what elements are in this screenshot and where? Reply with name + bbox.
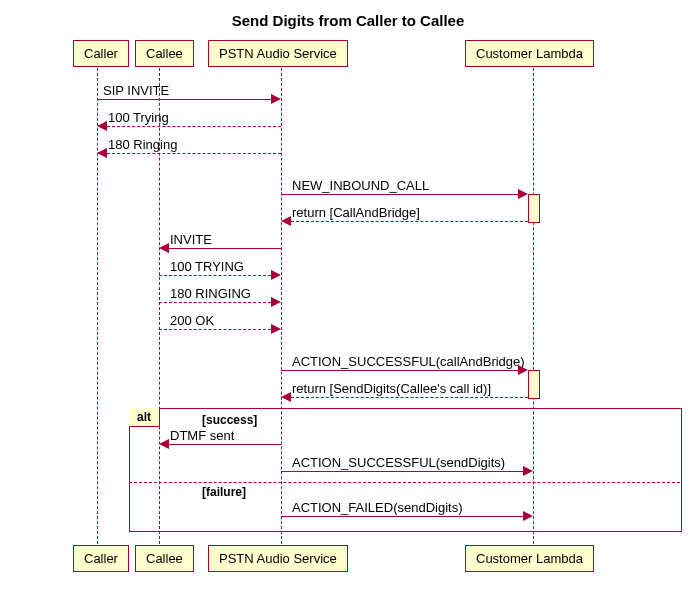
arrow-line	[281, 471, 523, 472]
participant-lambda-bottom: Customer Lambda	[465, 545, 594, 572]
msg-200-ok: 200 OK	[170, 313, 214, 328]
msg-180-ringing: 180 Ringing	[108, 137, 177, 152]
arrow-line	[169, 444, 281, 445]
arrow-head	[271, 270, 281, 280]
msg-dtmf-sent: DTMF sent	[170, 428, 234, 443]
arrow-line	[291, 221, 528, 222]
arrow-head	[159, 439, 169, 449]
msg-action-success-cab: ACTION_SUCCESSFUL(callAndBridge)	[292, 354, 525, 369]
participant-caller-top: Caller	[73, 40, 129, 67]
arrow-line	[107, 153, 281, 154]
alt-divider	[129, 482, 680, 483]
arrow-head	[271, 297, 281, 307]
msg-sip-invite: SIP INVITE	[103, 83, 169, 98]
msg-180-ringing-callee: 180 RINGING	[170, 286, 251, 301]
participant-pstn-top: PSTN Audio Service	[208, 40, 348, 67]
arrow-head	[281, 216, 291, 226]
participant-pstn-bottom: PSTN Audio Service	[208, 545, 348, 572]
arrow-line	[107, 126, 281, 127]
msg-action-success-sd: ACTION_SUCCESSFUL(sendDigits)	[292, 455, 505, 470]
arrow-head	[518, 189, 528, 199]
arrow-line	[159, 329, 271, 330]
alt-condition-failure: [failure]	[202, 485, 246, 499]
arrow-line	[169, 248, 281, 249]
arrow-line	[97, 99, 271, 100]
arrow-head	[97, 148, 107, 158]
arrow-line	[159, 275, 271, 276]
arrow-head	[523, 511, 533, 521]
msg-100-trying-callee: 100 TRYING	[170, 259, 244, 274]
activation-lambda-2	[528, 370, 540, 399]
msg-new-inbound-call: NEW_INBOUND_CALL	[292, 178, 429, 193]
arrow-head	[518, 365, 528, 375]
arrow-line	[291, 397, 528, 398]
participant-caller-bottom: Caller	[73, 545, 129, 572]
activation-lambda-1	[528, 194, 540, 223]
arrow-head	[159, 243, 169, 253]
msg-invite: INVITE	[170, 232, 212, 247]
arrow-line	[281, 370, 518, 371]
diagram-title: Send Digits from Caller to Callee	[0, 0, 696, 29]
arrow-line	[159, 302, 271, 303]
msg-action-failed-sd: ACTION_FAILED(sendDigits)	[292, 500, 463, 515]
participant-lambda-top: Customer Lambda	[465, 40, 594, 67]
participant-callee-top: Callee	[135, 40, 194, 67]
lifeline-caller	[97, 68, 98, 544]
alt-condition-success: [success]	[202, 413, 257, 427]
alt-label: alt	[129, 408, 160, 427]
participant-callee-bottom: Callee	[135, 545, 194, 572]
msg-100-trying: 100 Trying	[108, 110, 169, 125]
msg-return-senddigits: return [SendDigits(Callee's call id)]	[292, 381, 491, 396]
arrow-line	[281, 516, 523, 517]
msg-return-callandbridge: return [CallAndBridge]	[292, 205, 420, 220]
arrow-line	[281, 194, 518, 195]
arrow-head	[523, 466, 533, 476]
arrow-head	[271, 94, 281, 104]
arrow-head	[271, 324, 281, 334]
arrow-head	[97, 121, 107, 131]
arrow-head	[281, 392, 291, 402]
